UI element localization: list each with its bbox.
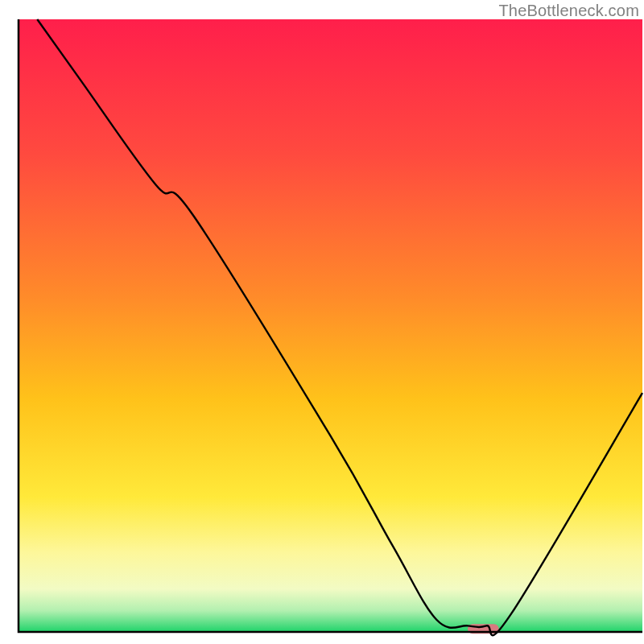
gradient-background: [19, 19, 642, 632]
chart-container: TheBottleneck.com: [0, 0, 644, 644]
bottleneck-chart: [0, 0, 644, 644]
watermark-text: TheBottleneck.com: [498, 2, 639, 20]
